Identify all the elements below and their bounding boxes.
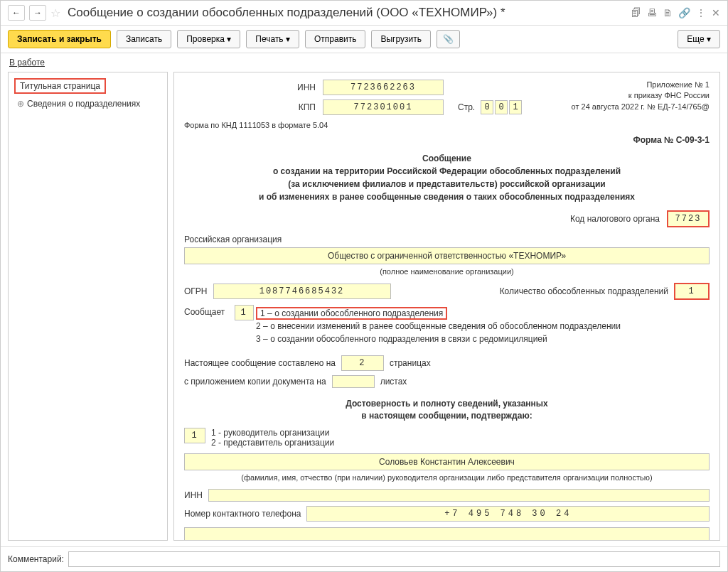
org-label: Российская организация xyxy=(184,234,710,244)
toolbar: Записать и закрыть Записать Проверка ▾ П… xyxy=(1,26,727,53)
copies-field[interactable] xyxy=(332,375,375,388)
pages-text1: Настоящее сообщение составлено на xyxy=(184,358,336,368)
report-icon[interactable]: 🗐 xyxy=(631,7,641,18)
document-title: Сообщение о создании на территории Росси… xyxy=(184,152,710,203)
page-label: Стр. xyxy=(458,102,475,112)
nav-forward-button[interactable]: → xyxy=(29,5,46,21)
tax-code-field[interactable]: 7723 xyxy=(667,210,710,227)
comment-input[interactable] xyxy=(68,551,720,567)
count-label: Количество обособленных подразделений xyxy=(500,286,668,296)
print-icon[interactable]: 🖶 xyxy=(647,7,657,18)
export-button[interactable]: Выгрузить xyxy=(371,30,431,48)
reports-options: 1 – о создании обособленного подразделен… xyxy=(256,307,621,345)
org-caption: (полное наименование организации) xyxy=(184,267,710,276)
pages-text2: страницах xyxy=(390,358,431,368)
page-number-boxes: 0 0 1 xyxy=(481,100,522,114)
tree-item-subdivisions[interactable]: ⊕Сведения о подразделениях xyxy=(17,98,161,110)
page-title: Сообщение о создании обособленных подраз… xyxy=(68,6,627,20)
ogrn-label: ОГРН xyxy=(184,286,208,296)
clipboard-icon[interactable]: 🗎 xyxy=(663,7,673,18)
ogrn-field[interactable]: 1087746685432 xyxy=(213,284,391,299)
phone-label: Номер контактного телефона xyxy=(184,509,301,519)
reports-code-field[interactable]: 1 xyxy=(235,305,254,320)
print-button[interactable]: Печать ▾ xyxy=(246,30,299,48)
paperclip-icon: 📎 xyxy=(443,34,454,44)
send-button[interactable]: Отправить xyxy=(305,30,366,48)
link-icon[interactable]: 🔗 xyxy=(678,7,690,18)
signer-name-field[interactable]: Соловьев Константин Алексеевич xyxy=(184,453,710,470)
left-tree-panel: Титульная страница ⊕Сведения о подраздел… xyxy=(8,72,168,541)
auth-doc-field[interactable] xyxy=(184,527,710,541)
tree-expand-icon[interactable]: ⊕ xyxy=(17,99,24,109)
more-menu-icon[interactable]: ⋮ xyxy=(696,7,706,18)
title-bar: ← → ☆ Сообщение о создании обособленных … xyxy=(1,1,727,26)
confirm-header: Достоверность и полноту сведений, указан… xyxy=(184,398,710,422)
appendix-note: Приложение № 1 к приказу ФНС России от 2… xyxy=(572,80,710,112)
kpp-field[interactable]: 772301001 xyxy=(323,99,444,115)
favorite-star-icon[interactable]: ☆ xyxy=(50,6,60,20)
status-link[interactable]: В работе xyxy=(9,58,45,68)
footer-bar: Комментарий: xyxy=(1,546,727,571)
form-code: Форма № С-09-3-1 xyxy=(184,135,710,145)
signer-caption: (фамилия, имя, отчество (при наличии) ру… xyxy=(184,473,710,482)
inn-label: ИНН xyxy=(287,82,316,92)
copies-text2: листах xyxy=(380,377,407,387)
close-icon[interactable]: ✕ xyxy=(712,7,720,18)
knd-label: Форма по КНД 1111053 в формате 5.04 xyxy=(184,121,710,129)
inn-field[interactable]: 7723662263 xyxy=(323,80,444,95)
kpp-label: КПП xyxy=(287,102,316,112)
attachment-button[interactable]: 📎 xyxy=(437,30,460,48)
chevron-down-icon: ▾ xyxy=(227,34,231,44)
count-field[interactable]: 1 xyxy=(674,283,710,300)
nav-back-button[interactable]: ← xyxy=(8,5,25,21)
reports-label: Сообщает xyxy=(184,307,225,317)
status-row: В работе xyxy=(1,53,727,72)
more-button[interactable]: Еще ▾ xyxy=(678,30,720,48)
save-button[interactable]: Записать xyxy=(117,30,171,48)
signer-inn-label: ИНН xyxy=(184,490,203,500)
check-button[interactable]: Проверка ▾ xyxy=(177,30,240,48)
org-name-field[interactable]: Общество с ограниченной ответственностью… xyxy=(184,247,710,264)
tree-item-title-page[interactable]: Титульная страница xyxy=(14,78,106,94)
signer-options: 1 - руководитель организации 2 - предста… xyxy=(211,428,334,448)
signer-code-field[interactable]: 1 xyxy=(184,428,205,443)
chevron-down-icon: ▾ xyxy=(707,34,711,44)
signer-inn-field[interactable] xyxy=(208,489,710,502)
save-close-button[interactable]: Записать и закрыть xyxy=(8,30,111,48)
comment-label: Комментарий: xyxy=(8,554,64,564)
tax-code-label: Код налогового органа xyxy=(570,214,660,224)
form-panel: Приложение № 1 к приказу ФНС России от 2… xyxy=(173,72,720,541)
pages-field[interactable]: 2 xyxy=(341,355,384,371)
copies-text1: с приложением копии документа на xyxy=(184,377,326,387)
phone-field[interactable]: +7 495 748 30 24 xyxy=(306,506,710,522)
chevron-down-icon: ▾ xyxy=(286,34,290,44)
